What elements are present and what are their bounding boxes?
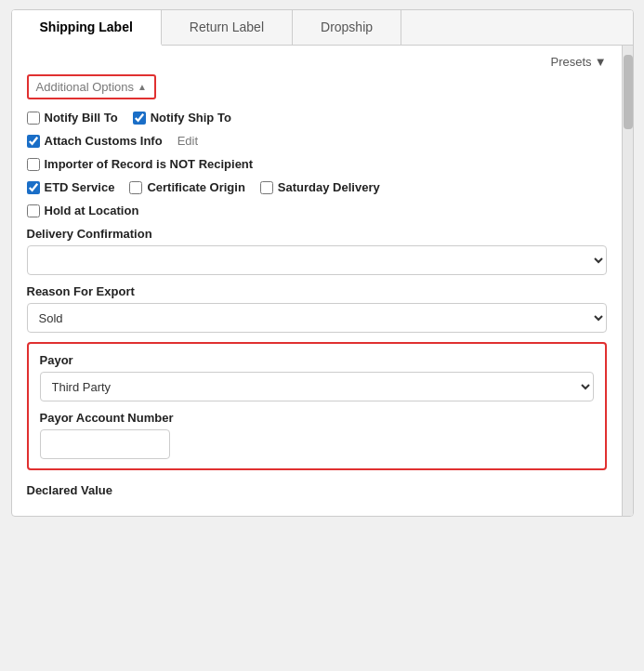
etd-row: ETD Service Certificate Origin Saturday … [27, 180, 607, 194]
scrollbar[interactable] [622, 46, 633, 516]
hold-item: Hold at Location [27, 204, 139, 217]
certificate-label: Certificate Origin [147, 180, 244, 194]
payor-account-number-label: Payor Account Number [40, 411, 594, 425]
importer-checkbox[interactable] [27, 158, 40, 171]
tab-return-label[interactable]: Return Label [162, 10, 293, 45]
presets-row: Presets ▼ [27, 55, 607, 69]
tab-dropship[interactable]: Dropship [293, 10, 401, 45]
main-window: Shipping Label Return Label Dropship Pre… [11, 9, 634, 517]
importer-label: Importer of Record is NOT Recipient [45, 157, 254, 171]
customs-row: Attach Customs Info Edit [27, 134, 607, 148]
attach-customs-label: Attach Customs Info [45, 134, 163, 148]
reason-for-export-field: Reason For Export Sold Gift Sample Repai… [27, 284, 607, 333]
notify-ship-to-item: Notify Ship To [133, 111, 231, 125]
notify-bill-to-label: Notify Bill To [45, 111, 118, 125]
notify-row: Notify Bill To Notify Ship To [27, 111, 607, 125]
payor-section: Payor Sender Recipient Third Party Payor… [27, 342, 607, 470]
reason-for-export-select[interactable]: Sold Gift Sample Repair/Return Personal … [27, 303, 607, 333]
main-content: Presets ▼ Additional Options ▲ Notify Bi… [12, 46, 622, 516]
presets-arrow-icon: ▼ [595, 55, 607, 69]
payor-select[interactable]: Sender Recipient Third Party [40, 372, 594, 401]
importer-row: Importer of Record is NOT Recipient [27, 157, 607, 171]
etd-checkbox[interactable] [27, 181, 40, 194]
tab-shipping-label-text: Shipping Label [40, 20, 133, 34]
payor-account-number-input[interactable] [40, 429, 170, 459]
additional-options-header[interactable]: Additional Options ▲ [27, 74, 156, 99]
additional-options-label: Additional Options [36, 80, 135, 94]
certificate-item: Certificate Origin [129, 180, 244, 194]
hold-row: Hold at Location [27, 204, 607, 217]
saturday-label: Saturday Delivery [278, 180, 380, 194]
notify-ship-to-label: Notify Ship To [151, 111, 231, 125]
attach-customs-item: Attach Customs Info [27, 134, 163, 148]
notify-ship-to-checkbox[interactable] [133, 112, 146, 125]
hold-label: Hold at Location [45, 204, 139, 217]
payor-label: Payor [40, 353, 594, 367]
scrollbar-thumb[interactable] [624, 55, 633, 129]
saturday-item: Saturday Delivery [260, 180, 380, 194]
tab-dropship-text: Dropship [321, 20, 373, 34]
etd-label: ETD Service [45, 180, 115, 194]
hold-checkbox[interactable] [27, 204, 40, 217]
additional-options-arrow-icon: ▲ [138, 82, 147, 92]
notify-bill-to-checkbox[interactable] [27, 112, 40, 125]
declared-value-label: Declared Value [27, 483, 607, 497]
content-wrap: Presets ▼ Additional Options ▲ Notify Bi… [12, 46, 633, 516]
etd-item: ETD Service [27, 180, 115, 194]
tab-bar: Shipping Label Return Label Dropship [12, 10, 633, 46]
reason-for-export-label: Reason For Export [27, 284, 607, 298]
delivery-confirmation-label: Delivery Confirmation [27, 227, 607, 241]
importer-item: Importer of Record is NOT Recipient [27, 157, 254, 171]
tab-shipping-label[interactable]: Shipping Label [12, 10, 162, 46]
delivery-confirmation-select[interactable]: Delivery Confirmation Signature Required… [27, 245, 607, 275]
delivery-confirmation-field: Delivery Confirmation Delivery Confirmat… [27, 227, 607, 275]
tab-return-label-text: Return Label [190, 20, 264, 34]
certificate-checkbox[interactable] [129, 181, 142, 194]
presets-button[interactable]: Presets ▼ [551, 55, 607, 69]
edit-customs-link[interactable]: Edit [177, 134, 198, 148]
attach-customs-checkbox[interactable] [27, 135, 40, 148]
notify-bill-to-item: Notify Bill To [27, 111, 118, 125]
saturday-checkbox[interactable] [260, 181, 273, 194]
presets-label: Presets [551, 55, 592, 69]
